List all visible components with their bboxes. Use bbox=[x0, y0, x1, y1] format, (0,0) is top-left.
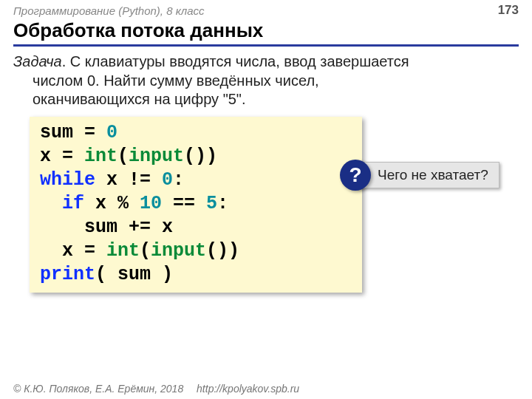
task-line3: оканчивающихся на цифру "5". bbox=[13, 90, 519, 109]
code-region: sum = 0 x = int(input()) while x != 0: i… bbox=[30, 117, 532, 293]
code-token: sum += x bbox=[40, 216, 173, 238]
code-block: sum = 0 x = int(input()) while x != 0: i… bbox=[30, 117, 362, 293]
page-number: 173 bbox=[498, 3, 519, 18]
code-token: ( sum ) bbox=[95, 264, 173, 285]
footer-link: http://kpolyakov.spb.ru bbox=[197, 383, 299, 395]
code-token: = bbox=[73, 122, 106, 143]
code-token: x bbox=[40, 240, 73, 262]
code-token: 0 bbox=[162, 169, 173, 191]
task-line1: . С клавиатуры вводятся числа, ввод заве… bbox=[62, 53, 409, 69]
code-token: : bbox=[217, 193, 228, 214]
code-token: print bbox=[40, 264, 95, 285]
code-token: 10 bbox=[140, 193, 162, 214]
code-token: input bbox=[151, 240, 206, 262]
code-token: x bbox=[40, 146, 51, 167]
code-token: x % bbox=[95, 193, 140, 214]
task-label: Задача bbox=[13, 53, 62, 69]
code-token: 5 bbox=[206, 193, 217, 214]
footer: © К.Ю. Поляков, Е.А. Ерёмин, 2018 http:/… bbox=[13, 383, 299, 395]
code-token: input bbox=[129, 146, 184, 167]
code-token: = bbox=[51, 146, 84, 167]
code-token: 0 bbox=[106, 122, 117, 143]
code-token: if bbox=[40, 193, 95, 214]
code-token: ()) bbox=[184, 146, 217, 167]
code-token: : bbox=[173, 169, 184, 191]
code-token: int bbox=[106, 240, 140, 262]
task-text: Задача. С клавиатуры вводятся числа, вво… bbox=[13, 52, 519, 109]
code-token: sum bbox=[40, 122, 73, 143]
code-token: while bbox=[40, 169, 106, 191]
callout: ? Чего не хватает? bbox=[340, 160, 499, 191]
code-token: ()) bbox=[206, 240, 239, 262]
code-token: int bbox=[84, 146, 117, 167]
course-label: Программирование (Python), 8 класс bbox=[13, 4, 205, 17]
code-token: x != bbox=[106, 169, 162, 191]
code-token: ( bbox=[140, 240, 151, 262]
header-bar: Программирование (Python), 8 класс 173 bbox=[0, 0, 532, 18]
copyright: © К.Ю. Поляков, Е.А. Ерёмин, 2018 bbox=[13, 383, 183, 395]
code-token: = bbox=[73, 240, 106, 262]
code-token: == bbox=[162, 193, 206, 214]
callout-text: Чего не хватает? bbox=[358, 162, 499, 188]
task-line2: числом 0. Найти сумму введённых чисел, bbox=[13, 72, 519, 91]
question-icon: ? bbox=[340, 160, 371, 191]
page-title: Обработка потока данных bbox=[13, 19, 519, 47]
code-token: ( bbox=[117, 146, 129, 167]
